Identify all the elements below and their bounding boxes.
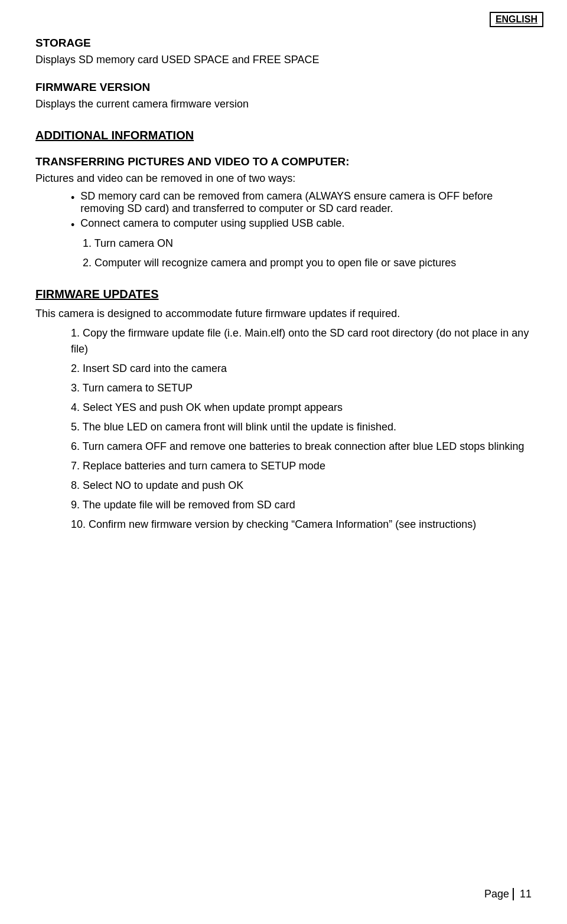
fw-step-5: 5. The blue LED on camera front will bli… <box>71 419 532 435</box>
bullet-text-2: Connect camera to computer using supplie… <box>80 217 344 230</box>
bullet-symbol-2: • <box>71 217 74 233</box>
firmware-updates-intro: This camera is designed to accommodate f… <box>35 306 532 322</box>
transfer-step-2: 2. Computer will recognize camera and pr… <box>83 255 532 271</box>
firmware-version-text: Displays the current camera firmware ver… <box>35 96 532 112</box>
storage-text: Displays SD memory card USED SPACE and F… <box>35 52 532 68</box>
fw-step-9: 9. The update file will be removed from … <box>71 497 532 513</box>
transferring-heading: TRANSFERRING PICTURES AND VIDEO TO A COM… <box>35 155 532 168</box>
fw-step-10: 10. Confirm new firmware version by chec… <box>71 517 532 533</box>
firmware-version-heading: FIRMWARE VERSION <box>35 81 532 94</box>
page-label: Page <box>484 888 509 900</box>
fw-step-2: 2. Insert SD card into the camera <box>71 361 532 377</box>
fw-step-7: 7. Replace batteries and turn camera to … <box>71 458 532 474</box>
page-container: ENGLISH STORAGE Displays SD memory card … <box>0 0 567 924</box>
bullet-item-2: • Connect camera to computer using suppl… <box>71 217 532 233</box>
english-badge: ENGLISH <box>490 12 543 27</box>
fw-step-3: 3. Turn camera to SETUP <box>71 380 532 396</box>
transferring-intro: Pictures and video can be removed in one… <box>35 171 532 187</box>
bullet-item-1: • SD memory card can be removed from cam… <box>71 190 532 215</box>
additional-info-heading: ADDITIONAL INFORMATION <box>35 129 532 142</box>
bullet-text-1: SD memory card can be removed from camer… <box>80 190 532 215</box>
fw-step-6: 6. Turn camera OFF and remove one batter… <box>71 439 532 455</box>
fw-step-8: 8. Select NO to update and push OK <box>71 478 532 494</box>
page-number: 11 <box>513 888 532 900</box>
fw-step-4: 4. Select YES and push OK when update pr… <box>71 400 532 416</box>
page-footer: Page 11 <box>484 888 532 900</box>
transfer-step-1: 1. Turn camera ON <box>83 236 532 252</box>
bullet-symbol-1: • <box>71 190 74 206</box>
fw-step-1: 1. Copy the firmware update file (i.e. M… <box>71 325 532 357</box>
firmware-updates-heading: FIRMWARE UPDATES <box>35 288 532 301</box>
storage-heading: STORAGE <box>35 37 532 50</box>
